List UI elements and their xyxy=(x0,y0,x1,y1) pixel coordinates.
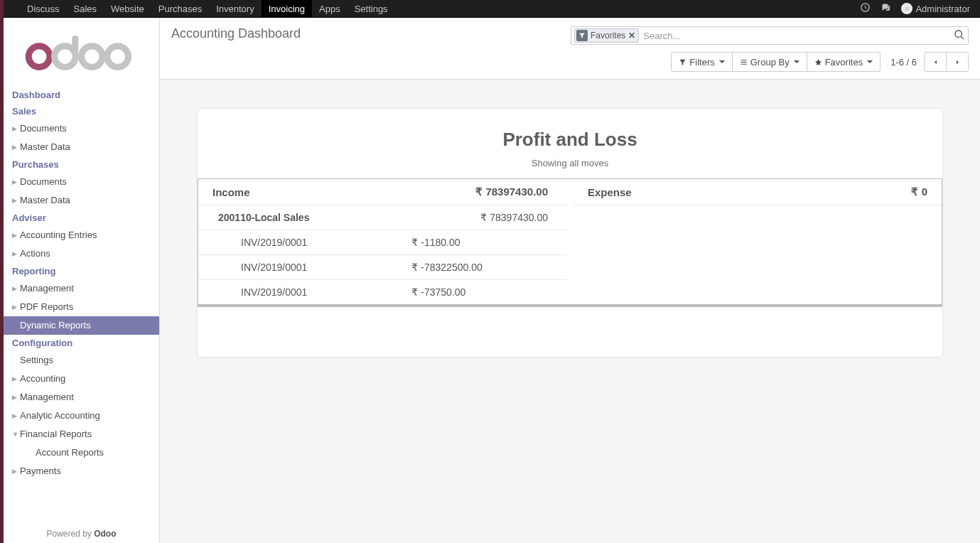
nav-item-management[interactable]: ▶Management xyxy=(4,388,159,407)
table-row[interactable]: INV/2019/0001₹ -1180.00 xyxy=(198,230,566,255)
income-group-total: ₹ 78397430.00 xyxy=(411,205,566,230)
nav-item-label: Analytic Accounting xyxy=(20,409,100,422)
nav-header-configuration[interactable]: Configuration xyxy=(4,335,159,351)
chevron-down-icon xyxy=(867,60,873,63)
nav-header-purchases[interactable]: Purchases xyxy=(4,156,159,173)
pager: 1-6 / 6 xyxy=(890,52,969,72)
invoice-ref: INV/2019/0001 xyxy=(198,255,411,280)
funnel-icon xyxy=(576,30,588,41)
topnav-item-discuss[interactable]: Discuss xyxy=(20,0,67,18)
topnav-item-sales[interactable]: Sales xyxy=(67,0,104,18)
nav-item-dynamic-reports[interactable]: Dynamic Reports xyxy=(4,316,159,335)
nav-item-account-reports[interactable]: Account Reports xyxy=(4,443,159,462)
nav-item-label: Actions xyxy=(20,247,50,260)
nav-item-pdf-reports[interactable]: ▶PDF Reports xyxy=(4,298,159,316)
logo[interactable] xyxy=(4,18,159,87)
topnav-item-invoicing[interactable]: Invoicing xyxy=(262,0,312,18)
pager-next-button[interactable] xyxy=(946,52,969,72)
report-card: Profit and Loss Showing all moves Income… xyxy=(197,108,943,357)
expense-column: Expense₹ 0 xyxy=(574,179,942,304)
nav-item-payments[interactable]: ▶Payments xyxy=(4,462,159,480)
nav-header-dashboard[interactable]: Dashboard xyxy=(4,87,159,103)
income-total: ₹ 78397430.00 xyxy=(411,179,566,205)
search-icon[interactable] xyxy=(954,29,965,43)
expense-table: Expense₹ 0 xyxy=(574,179,942,205)
nav-item-master-data[interactable]: ▶Master Data xyxy=(4,138,159,156)
invoice-ref: INV/2019/0001 xyxy=(198,230,411,255)
topnav-item-apps[interactable]: Apps xyxy=(312,0,348,18)
table-row[interactable]: INV/2019/0001₹ -78322500.00 xyxy=(198,255,566,280)
favorites-button[interactable]: Favorites xyxy=(807,52,881,72)
report-title: Profit and Loss xyxy=(198,129,942,151)
invoice-ref: INV/2019/0001 xyxy=(198,280,411,305)
topnav-item-purchases[interactable]: Purchases xyxy=(151,0,209,18)
nav-item-accounting-entries[interactable]: ▶Accounting Entries xyxy=(4,226,159,244)
sidebar: DashboardSales▶Documents▶Master DataPurc… xyxy=(4,18,160,543)
nav-header-adviser[interactable]: Adviser xyxy=(4,210,159,226)
nav-item-master-data[interactable]: ▶Master Data xyxy=(4,191,159,210)
nav-item-accounting[interactable]: ▶Accounting xyxy=(4,370,159,388)
user-menu[interactable]: ☺ Administrator xyxy=(901,3,970,14)
caret-icon: ▶ xyxy=(12,301,18,313)
caret-icon: ▼ xyxy=(12,428,18,441)
top-menu: DiscussSalesWebsitePurchasesInventoryInv… xyxy=(20,0,395,18)
svg-point-0 xyxy=(28,46,50,68)
filters-button[interactable]: Filters xyxy=(671,52,732,72)
sidebar-nav: DashboardSales▶Documents▶Master DataPurc… xyxy=(4,87,159,480)
nav-item-analytic-accounting[interactable]: ▶Analytic Accounting xyxy=(4,407,159,425)
nav-item-financial-reports[interactable]: ▼Financial Reports xyxy=(4,425,159,443)
powered-by-prefix: Powered by xyxy=(46,529,94,539)
nav-item-management[interactable]: ▶Management xyxy=(4,279,159,298)
chevron-left-icon xyxy=(932,58,939,66)
search-facet-label: Favorites xyxy=(591,31,625,41)
table-row[interactable]: INV/2019/0001₹ -73750.00 xyxy=(198,280,566,305)
topnav-item-inventory[interactable]: Inventory xyxy=(209,0,261,18)
chat-icon[interactable] xyxy=(881,2,891,15)
nav-header-reporting[interactable]: Reporting xyxy=(4,263,159,279)
groupby-label: Group By xyxy=(750,57,790,68)
search-options: Filters Group By Favorites xyxy=(671,52,881,72)
activity-icon[interactable] xyxy=(860,2,871,15)
filters-label: Filters xyxy=(689,57,714,68)
nav-item-settings[interactable]: Settings xyxy=(4,351,159,370)
caret-icon: ▶ xyxy=(12,409,18,422)
search-input[interactable] xyxy=(639,31,951,41)
caret-icon: ▶ xyxy=(12,282,18,295)
nav-item-label: Financial Reports xyxy=(20,428,92,441)
chevron-down-icon xyxy=(719,60,725,63)
nav-item-documents[interactable]: ▶Documents xyxy=(4,173,159,191)
invoice-amount: ₹ -1180.00 xyxy=(411,230,566,255)
groupby-button[interactable]: Group By xyxy=(732,52,807,72)
pager-prev-button[interactable] xyxy=(924,52,947,72)
topnav-item-settings[interactable]: Settings xyxy=(348,0,395,18)
nav-item-label: Documents xyxy=(20,122,67,135)
star-icon xyxy=(814,58,822,66)
table-row[interactable]: 200110-Local Sales₹ 78397430.00 xyxy=(198,205,566,230)
nav-item-label: Master Data xyxy=(20,141,70,154)
pager-text[interactable]: 1-6 / 6 xyxy=(890,57,917,68)
svg-rect-2 xyxy=(72,36,78,53)
nav-item-label: Master Data xyxy=(20,194,70,207)
svg-point-3 xyxy=(82,46,103,68)
close-icon[interactable]: ✕ xyxy=(628,31,635,41)
topnav-item-website[interactable]: Website xyxy=(104,0,151,18)
caret-icon: ▶ xyxy=(12,229,18,242)
nav-header-sales[interactable]: Sales xyxy=(4,103,159,119)
chevron-down-icon xyxy=(794,60,799,63)
table-row[interactable]: Income₹ 78397430.00 xyxy=(198,179,566,205)
powered-by: Powered by Odoo xyxy=(4,522,159,543)
table-row[interactable]: Expense₹ 0 xyxy=(574,179,942,205)
nav-item-label: Management xyxy=(20,282,74,295)
nav-item-label: Management xyxy=(20,391,74,404)
caret-icon: ▶ xyxy=(12,372,18,385)
expense-total: ₹ 0 xyxy=(802,179,942,205)
income-column: Income₹ 78397430.00200110-Local Sales₹ 7… xyxy=(198,179,566,304)
report-subtitle: Showing all moves xyxy=(198,158,942,168)
chevron-right-icon xyxy=(954,58,962,66)
search-facet-favorites[interactable]: Favorites ✕ xyxy=(574,28,639,43)
nav-item-documents[interactable]: ▶Documents xyxy=(4,119,159,138)
search-box[interactable]: Favorites ✕ xyxy=(571,26,969,45)
nav-item-label: Account Reports xyxy=(36,446,104,459)
powered-by-brand[interactable]: Odoo xyxy=(94,529,116,539)
nav-item-actions[interactable]: ▶Actions xyxy=(4,244,159,263)
